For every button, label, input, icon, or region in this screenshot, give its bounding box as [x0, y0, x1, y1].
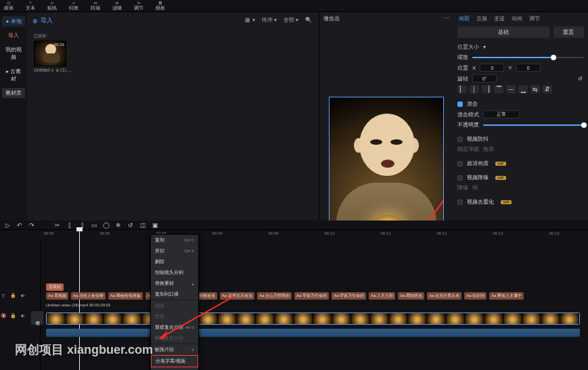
- svg-rect-0: [7, 2, 10, 4]
- text-clip[interactable]: Aa 宇宙乃生命的: [294, 292, 329, 300]
- nav-local[interactable]: ● 本地: [2, 16, 25, 26]
- nav-myvideo[interactable]: 我的视频: [2, 45, 25, 62]
- rot-reset-icon[interactable]: ↺: [576, 74, 584, 83]
- nav-library[interactable]: 素材库: [2, 88, 25, 98]
- raw-material-chip[interactable]: 原素材: [46, 283, 64, 291]
- align-vcenter-icon[interactable]: ─: [506, 85, 516, 93]
- tool-adjust[interactable]: 调节: [134, 1, 143, 11]
- rot-input[interactable]: 0°: [472, 74, 497, 83]
- asset-thumbnail[interactable]: 00:29: [34, 41, 66, 66]
- menu-item[interactable]: 帧预片段V: [151, 344, 198, 355]
- tool-media[interactable]: 媒体: [4, 1, 14, 11]
- text-track-toggle[interactable]: T: [0, 292, 7, 299]
- align-bottom-icon[interactable]: ▁: [518, 85, 528, 93]
- import-icon[interactable]: ⊕: [32, 18, 38, 24]
- dedupe-checkbox[interactable]: [457, 200, 463, 205]
- eye-icon[interactable]: 👁: [19, 292, 26, 299]
- search-icon[interactable]: 🔍: [305, 17, 312, 23]
- text-clip[interactable]: Aa 事实上才属于: [489, 292, 524, 300]
- denoise-section: 视频降噪: [467, 174, 489, 181]
- delete-icon[interactable]: ▭: [91, 222, 97, 229]
- tool-template[interactable]: 模板: [156, 1, 165, 11]
- cover-chip[interactable]: 封面: [31, 311, 43, 325]
- text-clip[interactable]: Aa 知识则: [464, 292, 487, 300]
- denoise-checkbox[interactable]: [457, 175, 463, 181]
- flip-h-icon[interactable]: ⇋: [530, 85, 540, 93]
- text-clip[interactable]: Aa 原视频: [46, 292, 68, 300]
- text-clip[interactable]: Aa 宇宙乃生命的: [332, 292, 366, 300]
- video-clip[interactable]: [46, 313, 580, 325]
- hq-checkbox[interactable]: [457, 161, 463, 166]
- menu-item[interactable]: 分离字幕/视频: [151, 355, 198, 367]
- tab-speed[interactable]: 变速: [494, 15, 505, 22]
- undo-icon[interactable]: ↶: [16, 222, 23, 229]
- inspector-tabs: 画面 音频 变速 动画 调节: [453, 12, 588, 25]
- align-hcenter-icon[interactable]: │: [470, 85, 479, 93]
- menu-item[interactable]: 替换素材▸: [151, 278, 198, 289]
- menu-item[interactable]: 复制Ctrl C: [151, 235, 198, 246]
- media-asset[interactable]: 已添加 00:29 Untitled v_a (1).mp4: [34, 33, 73, 72]
- basic-button[interactable]: 基础: [457, 26, 549, 38]
- align-right-icon[interactable]: ▕: [482, 85, 491, 93]
- menu-item[interactable]: 复制到口播: [151, 289, 198, 300]
- trim-left-icon[interactable]: ⟦: [66, 222, 73, 229]
- context-menu: 复制Ctrl C剪切Ctrl X删除智能镜头分割替换素材▸复制到口播倒放定格新建…: [150, 234, 199, 370]
- pos-x-input[interactable]: 0: [480, 64, 504, 72]
- text-clip[interactable]: Aa 我会给你准备: [108, 292, 143, 300]
- sort-dropdown[interactable]: 排序 ▾: [262, 16, 277, 24]
- text-clip[interactable]: Aa 是求安乐者法: [220, 292, 254, 300]
- menu-item[interactable]: 剪切Ctrl X: [151, 246, 198, 256]
- video-lock-icon[interactable]: 🔒: [9, 313, 16, 319]
- tab-picture[interactable]: 画面: [459, 15, 470, 22]
- stable-checkbox[interactable]: [457, 137, 463, 142]
- tool-filter[interactable]: 滤镜: [112, 1, 122, 11]
- menu-item[interactable]: 分离音频Ctrl Alt S: [151, 367, 198, 370]
- align-left-icon[interactable]: ▏: [457, 85, 467, 93]
- nav-cloud[interactable]: ▸ 云素材: [2, 66, 25, 84]
- filter-dropdown[interactable]: 全部 ▾: [284, 16, 298, 24]
- reverse-icon[interactable]: ↺: [127, 222, 134, 229]
- text-clip[interactable]: Aa 自心乃世间的: [257, 292, 292, 300]
- preview-menu-icon[interactable]: ⋯: [444, 15, 449, 22]
- text-clip[interactable]: Aa 周知悟道: [398, 292, 424, 300]
- tool-text[interactable]: 文本: [26, 1, 35, 11]
- menu-item: 定格: [151, 311, 198, 322]
- blend-checkbox[interactable]: [457, 101, 463, 107]
- pos-y-input[interactable]: 0: [516, 64, 541, 72]
- asset-caption: Untitled v_a (1).mp4: [34, 68, 73, 72]
- pointer-tool-icon[interactable]: ▷: [4, 222, 11, 229]
- align-top-icon[interactable]: ▔: [494, 85, 503, 93]
- menu-item[interactable]: 新建复合片段Alt G: [151, 322, 198, 333]
- tab-anim[interactable]: 动画: [512, 15, 522, 22]
- import-button[interactable]: 导入: [41, 16, 53, 25]
- blend-mode-select[interactable]: 正常: [483, 110, 520, 118]
- menu-item[interactable]: 智能镜头分割: [151, 267, 198, 278]
- rot-label: 旋转: [457, 75, 468, 83]
- tool-effect[interactable]: 特效: [69, 1, 78, 11]
- tab-adjust[interactable]: 调节: [529, 15, 540, 22]
- time-ruler[interactable]: 00:00 00:05 00:08 00:09 00:09 00:10 00:1…: [41, 230, 588, 239]
- split-icon[interactable]: ✂: [54, 222, 61, 229]
- record-icon[interactable]: ◯: [103, 222, 110, 229]
- menu-item[interactable]: 删除: [151, 256, 198, 267]
- flip-v-icon[interactable]: ⇵: [543, 85, 552, 93]
- tab-audio[interactable]: 音频: [476, 15, 487, 22]
- view-mode-icon[interactable]: ▦ ▾: [245, 17, 254, 23]
- freeze-icon[interactable]: ❄: [115, 222, 122, 229]
- tool-transition[interactable]: 转场: [91, 1, 100, 11]
- crop-tl-icon[interactable]: ▣: [152, 222, 158, 229]
- tool-sticker[interactable]: 贴纸: [47, 1, 57, 11]
- nav-import[interactable]: 导入: [2, 30, 25, 41]
- mirror-icon[interactable]: ◫: [139, 222, 146, 229]
- video-eye-icon[interactable]: 👁: [19, 313, 26, 319]
- reset-button[interactable]: 重置: [553, 26, 584, 38]
- audio-clip[interactable]: [46, 329, 580, 337]
- text-clip[interactable]: Aa 在历史里从未: [427, 292, 461, 300]
- opacity-slider[interactable]: [483, 124, 584, 126]
- text-clip[interactable]: Aa 人天五部: [369, 292, 395, 300]
- redo-icon[interactable]: ↷: [28, 222, 35, 229]
- zoom-slider[interactable]: [472, 57, 584, 58]
- video-mute-icon[interactable]: 🔇: [0, 313, 7, 319]
- text-clip[interactable]: Aa 没有人会去帮: [71, 292, 106, 300]
- lock-icon[interactable]: 🔒: [9, 292, 16, 299]
